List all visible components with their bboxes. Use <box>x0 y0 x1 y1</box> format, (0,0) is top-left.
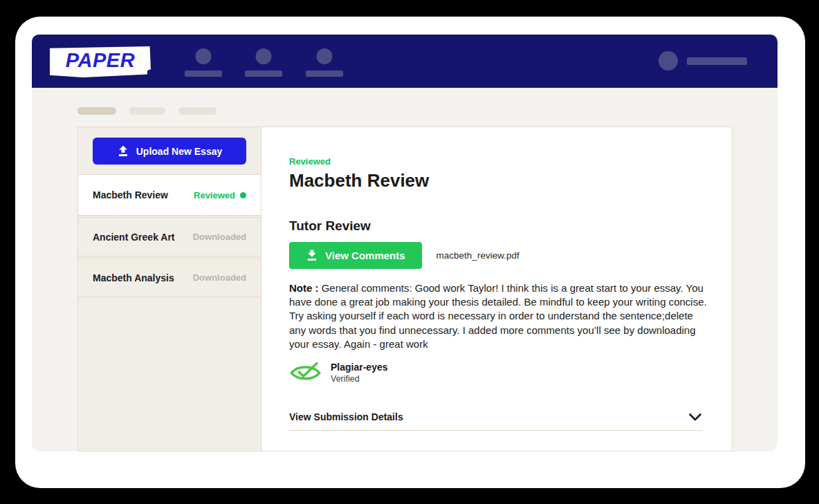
submission-details-label: View Submission Details <box>289 411 403 422</box>
user-menu-placeholder[interactable] <box>659 35 747 88</box>
content-card: Upload New Essay Macbeth Review Reviewed… <box>77 127 733 451</box>
nav-item-placeholder-3[interactable] <box>306 35 343 88</box>
breadcrumb <box>77 107 217 115</box>
user-name-placeholder <box>687 57 747 65</box>
window-card: PAPER <box>15 17 805 488</box>
review-status-label: Reviewed <box>289 156 707 167</box>
nav-label-placeholder <box>185 71 222 77</box>
tutor-review-heading: Tutor Review <box>289 218 707 234</box>
plagiarism-check-block: Plagiar-eyes Verified <box>289 361 707 384</box>
view-comments-label: View Comments <box>325 250 405 261</box>
essay-sidebar: Upload New Essay Macbeth Review Reviewed… <box>78 127 261 451</box>
nav-avatar-placeholder-icon <box>256 48 272 64</box>
plagiarism-tool-name: Plagiar-eyes <box>331 362 388 373</box>
sidebar-item-macbeth-review[interactable]: Macbeth Review Reviewed <box>78 175 261 216</box>
nav-avatar-placeholder-icon <box>317 48 333 64</box>
status-badge: Downloaded <box>193 272 246 283</box>
status-badge: Reviewed <box>194 190 246 200</box>
page-title: Macbeth Review <box>289 170 707 192</box>
app-frame: PAPER <box>32 35 777 451</box>
view-submission-details-toggle[interactable]: View Submission Details <box>289 411 702 422</box>
nav-label-placeholder <box>306 71 343 77</box>
paper-logo[interactable]: PAPER <box>50 46 151 77</box>
sidebar-item-macbeth-analysis[interactable]: Macbeth Analysis Downloaded <box>78 258 261 297</box>
reviewed-dot-icon <box>240 192 246 198</box>
view-comments-button[interactable]: View Comments <box>289 242 422 269</box>
breadcrumb-placeholder-3[interactable] <box>178 107 217 115</box>
status-badge: Downloaded <box>193 232 246 242</box>
eye-check-icon <box>289 361 322 384</box>
plagiarism-status: Verified <box>331 374 388 384</box>
tutor-note: Note : General comments: Good work Taylo… <box>289 281 707 351</box>
status-label: Reviewed <box>194 190 235 200</box>
upload-icon <box>117 145 129 157</box>
comments-row: View Comments macbeth_review.pdf <box>289 242 707 269</box>
breadcrumb-placeholder-1[interactable] <box>77 107 116 115</box>
user-avatar-placeholder-icon <box>659 51 678 71</box>
section-divider <box>289 430 702 431</box>
essay-name: Macbeth Review <box>93 189 168 200</box>
nav-avatar-placeholder-icon <box>196 48 212 64</box>
note-text: General comments: Good work Taylor! I th… <box>289 282 707 350</box>
nav-item-placeholder-2[interactable] <box>245 35 282 88</box>
upload-section: Upload New Essay <box>78 127 261 175</box>
reviewed-file-name: macbeth_review.pdf <box>436 250 519 261</box>
note-label: Note : <box>289 282 319 294</box>
top-nav-bar: PAPER <box>32 35 777 88</box>
chevron-down-icon <box>688 413 702 422</box>
breadcrumb-placeholder-2[interactable] <box>129 107 165 115</box>
nav-label-placeholder <box>245 71 282 77</box>
sidebar-item-ancient-greek-art[interactable]: Ancient Greek Art Downloaded <box>78 217 261 256</box>
essay-detail-panel: Reviewed Macbeth Review Tutor Review Vie… <box>261 127 732 451</box>
essay-name: Ancient Greek Art <box>93 232 175 243</box>
nav-item-placeholder-1[interactable] <box>185 35 222 88</box>
paper-logo-text: PAPER <box>66 49 135 72</box>
upload-new-essay-button[interactable]: Upload New Essay <box>93 138 246 165</box>
download-icon <box>306 250 318 261</box>
upload-button-label: Upload New Essay <box>136 146 223 157</box>
essay-name: Macbeth Analysis <box>93 272 174 283</box>
page-body: Upload New Essay Macbeth Review Reviewed… <box>32 88 777 451</box>
